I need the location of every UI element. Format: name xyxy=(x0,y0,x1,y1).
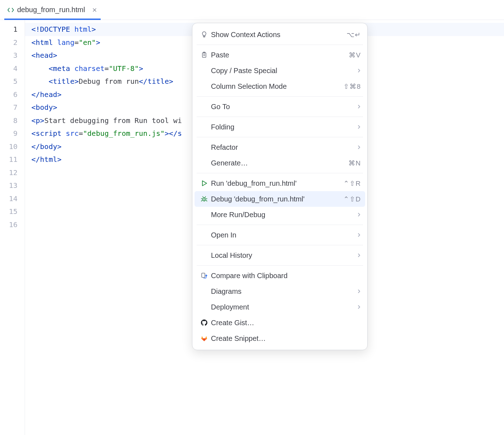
menu-item-label: Debug 'debug_from_run.html' xyxy=(210,195,343,203)
menu-item-create-snippet[interactable]: Create Snippet… xyxy=(192,331,367,346)
menu-separator xyxy=(197,96,363,97)
menu-item-label: Open In xyxy=(210,231,357,239)
menu-item-folding[interactable]: Folding xyxy=(192,119,367,135)
tab-bar: debug_from_run.html xyxy=(0,0,504,20)
line-number[interactable]: 15 xyxy=(0,205,17,218)
debug-icon xyxy=(199,195,210,203)
menu-item-label: Column Selection Mode xyxy=(210,82,343,91)
menu-shortcut: ⌥↵ xyxy=(347,31,361,39)
chevron-right-icon xyxy=(357,232,361,237)
menu-shortcut: ⌘V xyxy=(349,51,361,59)
gitlab-icon xyxy=(199,334,210,342)
menu-item-label: More Run/Debug xyxy=(210,211,357,219)
menu-item-compare-with-clipboard[interactable]: Compare with Clipboard xyxy=(192,268,367,283)
run-icon xyxy=(199,179,210,187)
line-number[interactable]: 7 xyxy=(0,101,17,114)
line-number[interactable]: 3 xyxy=(0,49,17,62)
menu-item-label: Diagrams xyxy=(210,287,357,296)
menu-item-label: Paste xyxy=(210,51,349,59)
menu-item-show-context-actions[interactable]: Show Context Actions⌥↵ xyxy=(192,27,367,42)
chevron-right-icon xyxy=(357,212,361,217)
menu-shortcut: ⌃⇧R xyxy=(343,179,361,188)
line-number[interactable]: 6 xyxy=(0,88,17,101)
line-number[interactable]: 8 xyxy=(0,114,17,127)
bulb-icon xyxy=(199,31,210,39)
menu-item-copy-paste-special[interactable]: Copy / Paste Special xyxy=(192,63,367,78)
menu-item-column-selection-mode[interactable]: Column Selection Mode⇧⌘8 xyxy=(192,78,367,94)
menu-item-label: Local History xyxy=(210,251,357,260)
line-number[interactable]: 14 xyxy=(0,192,17,205)
line-number[interactable]: 2 xyxy=(0,36,17,49)
chevron-right-icon xyxy=(357,289,361,294)
menu-separator xyxy=(197,245,363,245)
menu-item-deployment[interactable]: Deployment xyxy=(192,299,367,315)
line-number[interactable]: 16 xyxy=(0,218,17,231)
line-number[interactable]: 13 xyxy=(0,179,17,192)
menu-item-open-in[interactable]: Open In xyxy=(192,227,367,243)
editor-tab[interactable]: debug_from_run.html xyxy=(4,0,101,20)
line-number[interactable]: 5 xyxy=(0,75,17,88)
line-number[interactable]: 12 xyxy=(0,166,17,179)
menu-separator xyxy=(197,173,363,173)
editor-context-menu: Show Context Actions⌥↵Paste⌘VCopy / Past… xyxy=(192,23,368,350)
line-number[interactable]: 4 xyxy=(0,62,17,75)
html-file-icon xyxy=(7,6,14,14)
menu-item-label: Create Snippet… xyxy=(210,334,361,343)
menu-item-go-to[interactable]: Go To xyxy=(192,99,367,114)
menu-shortcut: ⌃⇧D xyxy=(343,195,361,203)
menu-item-label: Create Gist… xyxy=(210,319,361,327)
close-icon[interactable] xyxy=(91,7,98,13)
menu-item-label: Compare with Clipboard xyxy=(210,272,361,280)
menu-shortcut: ⌘N xyxy=(348,159,361,167)
line-number[interactable]: 10 xyxy=(0,140,17,153)
tab-filename: debug_from_run.html xyxy=(17,6,85,14)
chevron-right-icon xyxy=(357,104,361,109)
chevron-right-icon xyxy=(357,145,361,150)
menu-item-label: Refactor xyxy=(210,143,357,152)
compare-icon xyxy=(199,272,210,280)
line-number[interactable]: 11 xyxy=(0,153,17,166)
menu-separator xyxy=(197,265,363,266)
github-icon xyxy=(199,319,210,327)
chevron-right-icon xyxy=(357,304,361,309)
menu-item-label: Show Context Actions xyxy=(210,31,347,39)
menu-item-label: Folding xyxy=(210,123,357,131)
svg-rect-0 xyxy=(202,53,206,57)
menu-separator xyxy=(197,225,363,225)
svg-rect-5 xyxy=(202,273,205,277)
menu-item-label: Run 'debug_from_run.html' xyxy=(210,179,343,188)
chevron-right-icon xyxy=(357,68,361,73)
menu-separator xyxy=(197,45,363,45)
line-number-gutter: 12345678910111213141516 xyxy=(0,20,25,435)
menu-shortcut: ⇧⌘8 xyxy=(343,82,361,91)
menu-item-local-history[interactable]: Local History xyxy=(192,247,367,263)
line-number[interactable]: 9 xyxy=(0,127,17,140)
menu-item-create-gist[interactable]: Create Gist… xyxy=(192,315,367,331)
menu-item-generate[interactable]: Generate…⌘N xyxy=(192,155,367,171)
menu-item-diagrams[interactable]: Diagrams xyxy=(192,283,367,299)
menu-item-run-debug-from-run-html[interactable]: Run 'debug_from_run.html'⌃⇧R xyxy=(192,175,367,191)
menu-item-paste[interactable]: Paste⌘V xyxy=(192,47,367,63)
menu-item-label: Deployment xyxy=(210,303,357,311)
menu-item-more-run-debug[interactable]: More Run/Debug xyxy=(192,207,367,222)
clipboard-icon xyxy=(199,51,210,59)
line-number[interactable]: 1 xyxy=(0,23,17,36)
menu-item-label: Go To xyxy=(210,103,357,111)
menu-item-refactor[interactable]: Refactor xyxy=(192,139,367,155)
menu-separator xyxy=(197,117,363,117)
menu-item-debug-debug-from-run-html[interactable]: Debug 'debug_from_run.html'⌃⇧D xyxy=(195,191,365,207)
chevron-right-icon xyxy=(357,124,361,129)
menu-separator xyxy=(197,137,363,137)
chevron-right-icon xyxy=(357,253,361,258)
menu-item-label: Copy / Paste Special xyxy=(210,67,357,75)
menu-item-label: Generate… xyxy=(210,159,348,167)
